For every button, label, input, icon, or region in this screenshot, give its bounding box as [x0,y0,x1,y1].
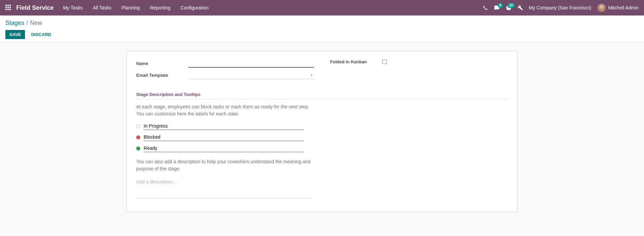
user-menu[interactable]: Mitchell Admin [597,4,639,12]
status-dot-grey-icon [136,124,140,128]
section-title: Stage Description and Tooltips [136,82,508,99]
breadcrumb-current: New [30,20,42,27]
email-template-select[interactable]: ▼ [188,71,314,79]
messages-icon[interactable]: 8 [494,5,500,11]
activities-badge: 32 [507,3,515,8]
nav-item-reporting[interactable]: Reporting [150,5,171,10]
name-input[interactable] [188,59,314,68]
info-text-1: At each stage, employees can block tasks… [136,103,312,117]
name-label: Name [136,61,188,66]
in-progress-input[interactable] [144,122,304,130]
save-button[interactable]: SAVE [5,30,25,39]
debug-icon[interactable] [518,5,523,10]
description-input[interactable] [136,177,312,187]
messages-badge: 8 [498,3,503,8]
form-background: Name Email Template ▼ Folded in Kanban [0,43,644,220]
status-row-blocked [136,133,508,141]
user-name: Mitchell Admin [608,5,639,10]
email-template-input[interactable] [188,71,314,79]
status-dot-green-icon [136,146,140,150]
folded-checkbox[interactable] [382,60,387,64]
nav-menu: My Tasks All Tasks Planning Reporting Co… [63,5,209,10]
breadcrumb-parent[interactable]: Stages [5,20,24,27]
description-underline [136,198,312,198]
breadcrumb-separator: / [26,20,28,27]
breadcrumb: Stages / New [5,20,639,27]
nav-item-configuration[interactable]: Configuration [180,5,208,10]
nav-item-planning[interactable]: Planning [121,5,140,10]
ready-input[interactable] [144,144,304,152]
email-template-label: Email Template [136,73,188,78]
status-row-ready [136,144,508,152]
phone-icon[interactable] [483,5,488,10]
status-row-in-progress [136,122,508,130]
info-text-2: You can also add a description to help y… [136,158,312,172]
activities-icon[interactable]: 32 [506,5,511,11]
top-navbar: Field Service My Tasks All Tasks Plannin… [0,0,644,15]
nav-item-all-tasks[interactable]: All Tasks [93,5,111,10]
discard-button[interactable]: DISCARD [27,30,55,39]
app-title[interactable]: Field Service [16,4,54,11]
company-switcher[interactable]: My Company (San Francisco) [529,5,591,10]
blocked-input[interactable] [144,133,304,141]
nav-item-my-tasks[interactable]: My Tasks [63,5,83,10]
apps-icon[interactable] [5,5,11,11]
folded-label: Folded in Kanban [330,59,382,64]
avatar [597,4,606,12]
control-panel: Stages / New SAVE DISCARD [0,15,644,43]
status-dot-red-icon [136,135,140,139]
form-sheet: Name Email Template ▼ Folded in Kanban [126,51,518,212]
